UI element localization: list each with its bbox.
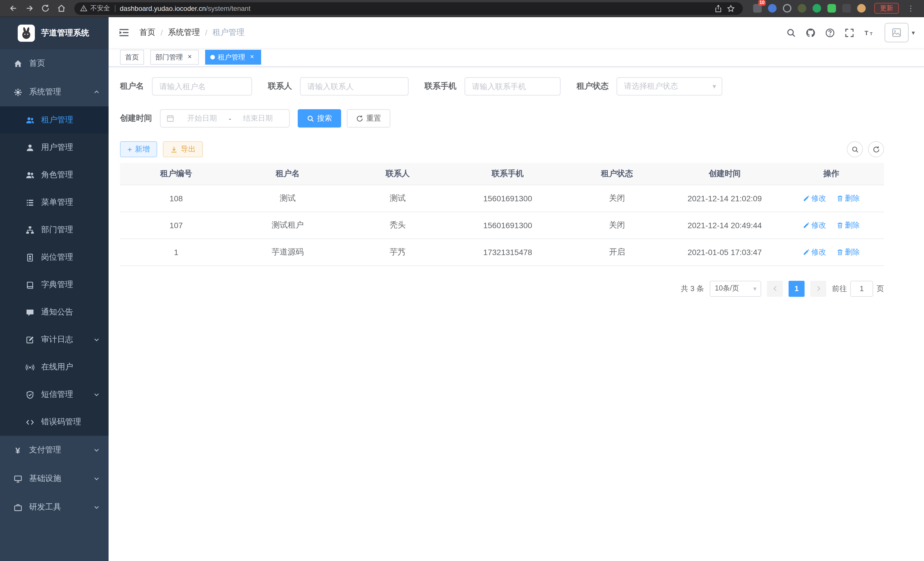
sidebar-item-tenant-management[interactable]: 租户管理 (0, 106, 109, 134)
extension-icon[interactable] (812, 3, 822, 14)
extension-icon[interactable] (796, 3, 807, 14)
refresh-icon (356, 115, 363, 122)
profile-avatar-icon[interactable] (856, 3, 866, 14)
sidebar-item-dept-management[interactable]: 部门管理 (0, 216, 109, 244)
extension-icon[interactable] (782, 3, 792, 14)
extension-icon[interactable] (767, 3, 777, 14)
pencil-icon (803, 222, 810, 229)
phone-input[interactable] (465, 77, 561, 96)
cell-actions: 修改 删除 (778, 212, 884, 238)
reset-button-label: 重置 (366, 113, 381, 123)
address-bar[interactable]: 不安全 dashboard.yudao.iocoder.cn /system/t… (74, 2, 743, 15)
list-icon (25, 198, 34, 207)
end-date-input[interactable]: 结束日期 (232, 113, 284, 123)
sidebar-item-menu-management[interactable]: 菜单管理 (0, 189, 109, 216)
sidebar-item-user-management[interactable]: 用户管理 (0, 134, 109, 161)
extension-icon[interactable] (826, 3, 837, 14)
tab-tenant-management[interactable]: 租户管理 × (205, 50, 261, 65)
sidebar-item-dict-management[interactable]: 字典管理 (0, 271, 109, 299)
breadcrumb-home[interactable]: 首页 (140, 27, 155, 38)
reset-button[interactable]: 重置 (347, 109, 390, 128)
status-select-placeholder: 请选择租户状态 (624, 81, 678, 92)
sidebar-toggle-icon[interactable] (118, 26, 130, 39)
help-icon[interactable] (822, 25, 838, 41)
prev-page-button[interactable] (767, 281, 783, 296)
sidebar-item-notice[interactable]: 通知公告 (0, 299, 109, 326)
edit-link[interactable]: 修改 (803, 220, 826, 230)
trash-icon (836, 248, 843, 255)
share-icon[interactable] (712, 3, 724, 14)
edit-log-icon (25, 335, 34, 344)
chevron-left-icon (772, 285, 778, 292)
browser-reload-button[interactable] (38, 1, 52, 16)
edit-link[interactable]: 修改 (803, 193, 826, 203)
font-size-icon[interactable]: TT (861, 25, 877, 41)
app-logo[interactable]: 芋道管理系统 (0, 17, 109, 49)
sidebar-item-system-management[interactable]: 系统管理 (0, 78, 109, 106)
fullscreen-icon[interactable] (842, 25, 857, 41)
sidebar-item-label: 岗位管理 (41, 252, 73, 262)
cell-contact: 芋艿 (343, 238, 452, 265)
update-label: 更新 (880, 4, 893, 13)
users-icon (25, 116, 34, 125)
close-icon[interactable]: × (186, 53, 194, 61)
sidebar-item-dev-tools[interactable]: 研发工具 (0, 493, 109, 522)
caret-down-icon: ▾ (912, 29, 915, 36)
caret-down-icon: ▾ (753, 284, 757, 293)
sidebar-item-online-users[interactable]: 在线用户 (0, 353, 109, 381)
tab-dept-management[interactable]: 部门管理 × (150, 50, 199, 65)
contact-input[interactable] (300, 77, 409, 96)
delete-link[interactable]: 删除 (836, 193, 860, 203)
browser-update-button[interactable]: 更新 (874, 3, 899, 14)
phone-label: 联系手机 (424, 81, 457, 92)
close-icon[interactable]: × (248, 53, 256, 61)
github-icon[interactable] (802, 25, 819, 41)
create-time-range-picker[interactable]: 开始日期 - 结束日期 (160, 109, 290, 128)
sidebar-item-sms-management[interactable]: 短信管理 (0, 381, 109, 408)
sidebar-item-infrastructure[interactable]: 基础设施 (0, 464, 109, 493)
tab-label: 租户管理 (218, 52, 245, 62)
status-select[interactable]: 请选择租户状态 ▾ (616, 77, 722, 96)
delete-link[interactable]: 删除 (836, 220, 860, 230)
sidebar-item-role-management[interactable]: 角色管理 (0, 161, 109, 189)
contact-label: 联系人 (268, 81, 292, 92)
create-time-label: 创建时间 (120, 113, 152, 123)
sidebar-item-error-code[interactable]: 错误码管理 (0, 408, 109, 436)
cell-tenant-name: 芋道源码 (232, 238, 343, 265)
search-icon[interactable] (783, 25, 799, 41)
cell-status: 关闭 (563, 212, 671, 238)
extension-icon[interactable]: 10 (752, 3, 762, 14)
goto-page-input[interactable] (850, 281, 873, 296)
browser-home-button[interactable] (54, 1, 69, 16)
message-icon (25, 308, 34, 317)
sidebar-item-audit-log[interactable]: 审计日志 (0, 326, 109, 353)
refresh-table-button[interactable] (868, 141, 884, 157)
delete-link[interactable]: 删除 (836, 247, 860, 257)
tenant-name-input[interactable] (152, 77, 252, 96)
tab-home[interactable]: 首页 (120, 50, 144, 65)
browser-back-button[interactable] (6, 1, 21, 16)
sidebar-item-home[interactable]: 首页 (0, 49, 109, 78)
page-size-select[interactable]: 10条/页 ▾ (710, 281, 761, 296)
add-button[interactable]: + 新增 (120, 141, 157, 157)
extension-icon[interactable] (841, 3, 851, 14)
search-button[interactable]: 搜索 (298, 109, 341, 128)
breadcrumb-system[interactable]: 系统管理 (168, 27, 200, 38)
toggle-search-button[interactable] (847, 141, 863, 157)
cell-actions: 修改 删除 (778, 185, 884, 212)
page-number-button[interactable]: 1 (789, 281, 805, 296)
sidebar-item-label: 系统管理 (29, 87, 61, 97)
user-menu[interactable]: ▾ (885, 23, 915, 42)
edit-link[interactable]: 修改 (803, 247, 826, 257)
col-header-contact: 联系人 (343, 163, 452, 185)
range-separator: - (228, 114, 232, 123)
browser-menu-icon[interactable]: ⋮ (903, 1, 918, 16)
export-button[interactable]: 导出 (163, 141, 203, 157)
next-page-button[interactable] (810, 281, 826, 296)
online-signal-icon (25, 362, 34, 372)
sidebar-item-payment[interactable]: ¥ 支付管理 (0, 436, 109, 464)
bookmark-star-icon[interactable] (724, 3, 737, 14)
browser-forward-button[interactable] (22, 1, 37, 16)
start-date-input[interactable]: 开始日期 (177, 113, 228, 123)
sidebar-item-post-management[interactable]: 岗位管理 (0, 244, 109, 271)
